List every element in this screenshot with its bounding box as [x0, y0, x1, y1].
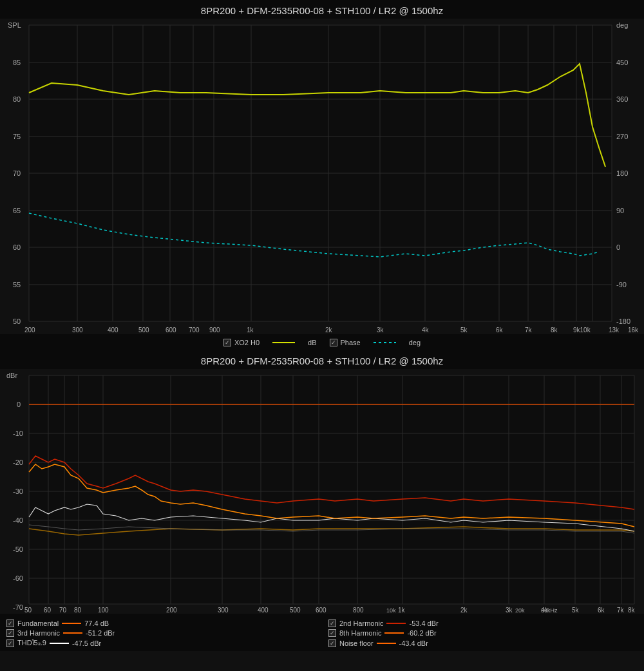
- svg-text:50: 50: [24, 607, 32, 614]
- svg-text:900: 900: [209, 326, 220, 334]
- fundamental-label: Fundamental: [17, 619, 59, 627]
- deg-label: deg: [409, 339, 421, 346]
- svg-text:dBr: dBr: [6, 372, 17, 379]
- svg-text:SPL: SPL: [8, 21, 21, 29]
- svg-text:75: 75: [13, 133, 21, 140]
- phase-checkbox[interactable]: [330, 339, 337, 346]
- svg-text:deg: deg: [616, 21, 628, 29]
- svg-text:5k: 5k: [572, 607, 580, 614]
- fundamental-checkbox[interactable]: [6, 619, 14, 627]
- bottom-chart-container: 8PR200 + DFM-2535R00-08 + STH100 / LR2 @…: [0, 350, 644, 651]
- fundamental-legend: Fundamental 77.4 dB: [6, 619, 316, 627]
- harmonic2-value: -53.4 dBr: [409, 619, 438, 627]
- svg-text:7k: 7k: [617, 607, 625, 614]
- svg-text:360: 360: [616, 95, 628, 103]
- thd-label: THDȉ5₂.9: [17, 639, 46, 647]
- svg-text:300: 300: [218, 607, 229, 614]
- bottom-chart-legend: Fundamental 77.4 dB 2nd Harmonic -53.4 d…: [0, 616, 644, 651]
- svg-text:1k: 1k: [398, 607, 406, 614]
- svg-text:85: 85: [13, 59, 21, 66]
- svg-text:10k: 10k: [386, 607, 396, 614]
- top-chart-svg: SPL 85 80 75 70 65 60 55 50 deg 450 360 …: [0, 19, 644, 334]
- harmonic8-checkbox[interactable]: [328, 629, 336, 637]
- bottom-chart-title: 8PR200 + DFM-2535R00-08 + STH100 / LR2 @…: [0, 350, 644, 369]
- svg-text:2k: 2k: [325, 326, 333, 334]
- bottom-chart-svg: dBr 0 -10 -20 -30 -40 -50 -60 -70 50 60 …: [0, 369, 644, 614]
- svg-text:-90: -90: [616, 281, 627, 288]
- thd-value: -47.5 dBr: [72, 639, 101, 647]
- harmonic3-label: 3rd Harmonic: [17, 629, 60, 637]
- svg-text:500: 500: [138, 326, 149, 334]
- svg-text:-10: -10: [13, 430, 23, 437]
- svg-text:-180: -180: [616, 317, 630, 325]
- svg-text:-60: -60: [13, 574, 23, 582]
- svg-text:55: 55: [13, 281, 21, 288]
- svg-text:400: 400: [108, 326, 118, 334]
- svg-text:0: 0: [616, 243, 620, 251]
- xo2-legend-item: XO2 H0: [223, 339, 260, 346]
- svg-text:6k: 6k: [496, 326, 504, 334]
- svg-text:0: 0: [17, 401, 21, 408]
- svg-text:20k: 20k: [515, 607, 525, 614]
- svg-text:200: 200: [166, 607, 177, 614]
- fundamental-line-sample: [62, 623, 81, 624]
- svg-text:90: 90: [616, 207, 624, 214]
- svg-text:-30: -30: [13, 487, 23, 495]
- svg-text:16k: 16k: [628, 326, 639, 334]
- svg-text:30kHz: 30kHz: [541, 607, 558, 614]
- harmonic3-checkbox[interactable]: [6, 629, 14, 637]
- harmonic8-label: 8th Harmonic: [339, 629, 381, 637]
- svg-text:-70: -70: [13, 603, 23, 611]
- top-chart-container: 8PR200 + DFM-2535R00-08 + STH100 / LR2 @…: [0, 0, 644, 350]
- phase-label: Phase: [341, 339, 361, 346]
- db-label: dB: [308, 339, 316, 346]
- svg-text:4k: 4k: [422, 326, 430, 334]
- harmonic2-checkbox[interactable]: [328, 619, 336, 627]
- xo2-checkbox[interactable]: [223, 339, 231, 346]
- svg-text:600: 600: [316, 607, 327, 614]
- top-chart-title: 8PR200 + DFM-2535R00-08 + STH100 / LR2 @…: [0, 0, 644, 19]
- phase-legend-item: Phase: [330, 339, 361, 346]
- svg-text:200: 200: [24, 326, 35, 334]
- svg-text:600: 600: [166, 326, 176, 334]
- noise-line-sample: [377, 643, 396, 644]
- svg-text:6k: 6k: [598, 607, 605, 614]
- svg-text:450: 450: [616, 59, 628, 66]
- noise-legend: Noise floor -43.4 dBr: [328, 639, 638, 647]
- svg-text:800: 800: [353, 607, 364, 614]
- harmonic2-label: 2nd Harmonic: [339, 619, 383, 627]
- svg-text:300: 300: [72, 326, 83, 334]
- svg-text:-50: -50: [13, 545, 23, 553]
- svg-text:180: 180: [616, 169, 628, 177]
- svg-text:80: 80: [13, 95, 21, 103]
- svg-text:70: 70: [13, 169, 21, 177]
- thd-checkbox[interactable]: [6, 639, 14, 647]
- svg-text:500: 500: [290, 607, 301, 614]
- noise-checkbox[interactable]: [328, 639, 336, 647]
- harmonic8-value: -60.2 dBr: [407, 629, 436, 637]
- svg-text:80: 80: [74, 607, 82, 614]
- svg-text:-20: -20: [13, 458, 23, 466]
- svg-text:700: 700: [189, 326, 200, 334]
- svg-text:1k: 1k: [247, 326, 254, 334]
- xo2-label: XO2 H0: [234, 339, 260, 346]
- harmonic2-line-sample: [386, 623, 406, 624]
- svg-text:400: 400: [258, 607, 269, 614]
- harmonic3-value: -51.2 dBr: [86, 629, 115, 637]
- harmonic8-line-sample: [384, 632, 404, 634]
- svg-text:50: 50: [13, 317, 21, 325]
- svg-text:7k: 7k: [525, 326, 533, 334]
- svg-text:60: 60: [44, 607, 52, 614]
- svg-text:65: 65: [13, 207, 21, 214]
- svg-text:270: 270: [616, 133, 628, 140]
- fundamental-value: 77.4 dB: [84, 619, 109, 627]
- svg-text:9k10k: 9k10k: [573, 326, 591, 334]
- svg-text:8k: 8k: [628, 607, 636, 614]
- svg-text:8k: 8k: [551, 326, 558, 334]
- svg-text:13k: 13k: [609, 326, 620, 334]
- svg-text:60: 60: [13, 243, 21, 251]
- svg-text:3k: 3k: [377, 326, 384, 334]
- svg-text:100: 100: [98, 607, 109, 614]
- top-chart-legend: XO2 H0 dB Phase deg: [0, 336, 644, 350]
- harmonic2-legend: 2nd Harmonic -53.4 dBr: [328, 619, 638, 627]
